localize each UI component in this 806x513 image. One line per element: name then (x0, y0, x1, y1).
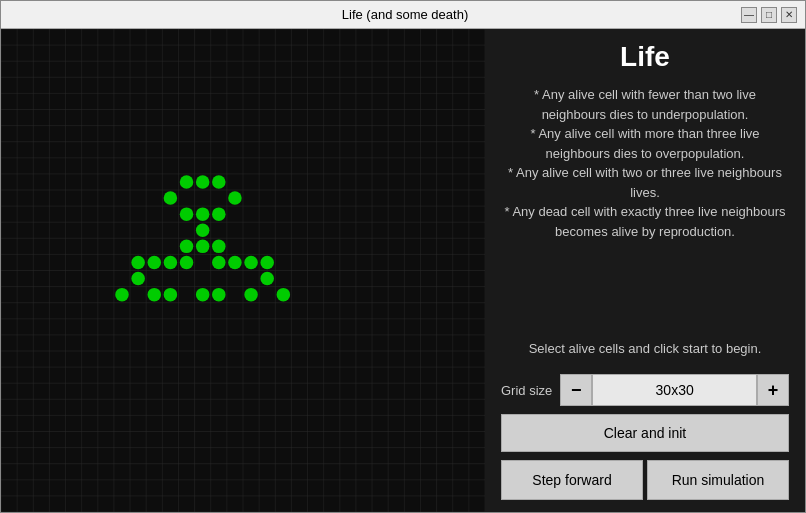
grid-panel[interactable] (1, 29, 485, 512)
grid-size-control: − 30x30 + (560, 374, 789, 406)
rule-4: * Any dead cell with exactly three live … (504, 204, 785, 239)
run-simulation-button[interactable]: Run simulation (647, 460, 789, 500)
maximize-button[interactable]: □ (761, 7, 777, 23)
bottom-buttons: Step forward Run simulation (501, 460, 789, 500)
window-controls: — □ ✕ (741, 7, 797, 23)
window-title: Life (and some death) (69, 7, 741, 22)
rule-2: * Any alive cell with more than three li… (530, 126, 759, 161)
title-bar: Life (and some death) — □ ✕ (1, 1, 805, 29)
info-panel: Life * Any alive cell with fewer than tw… (485, 29, 805, 512)
main-window: Life (and some death) — □ ✕ Life * Any a… (0, 0, 806, 513)
grid-size-row: Grid size − 30x30 + (501, 374, 789, 406)
rules-text: * Any alive cell with fewer than two liv… (501, 85, 789, 331)
grid-size-label: Grid size (501, 383, 552, 398)
step-forward-button[interactable]: Step forward (501, 460, 643, 500)
minimize-button[interactable]: — (741, 7, 757, 23)
main-area: Life * Any alive cell with fewer than tw… (1, 29, 805, 512)
decrease-button[interactable]: − (560, 374, 592, 406)
rule-3: * Any alive cell with two or three live … (508, 165, 782, 200)
rule-1: * Any alive cell with fewer than two liv… (534, 87, 756, 122)
select-text: Select alive cells and click start to be… (501, 339, 789, 359)
grid-size-value: 30x30 (592, 374, 757, 406)
close-button[interactable]: ✕ (781, 7, 797, 23)
clear-init-button[interactable]: Clear and init (501, 414, 789, 452)
increase-button[interactable]: + (757, 374, 789, 406)
info-title: Life (501, 41, 789, 73)
life-grid[interactable] (1, 29, 485, 512)
